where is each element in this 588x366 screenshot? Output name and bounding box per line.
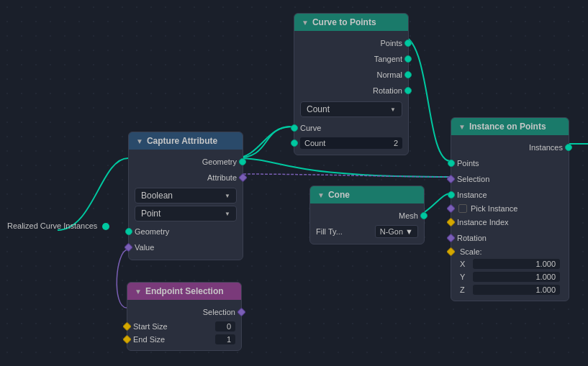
output-instances-label: Instances bbox=[529, 143, 563, 152]
chevron-icon: ▼ bbox=[458, 123, 466, 131]
output-attribute-socket bbox=[238, 173, 248, 183]
endpoint-selection-title: Endpoint Selection bbox=[145, 286, 224, 296]
scale-y-value: 1.000 bbox=[473, 272, 560, 282]
fill-type-value: N-Gon bbox=[380, 227, 403, 236]
input-pick-instance-label: Pick Instance bbox=[471, 204, 517, 213]
capture-attribute-node: ▼ Capture Attribute Geometry Attribute B… bbox=[128, 132, 243, 260]
input-instance-label: Instance bbox=[457, 191, 487, 199]
point-dropdown-label: Point bbox=[141, 209, 160, 219]
input-geometry-row: Geometry bbox=[129, 224, 243, 239]
cone-header[interactable]: ▼ Cone bbox=[310, 186, 424, 203]
output-tangent-row: Tangent bbox=[294, 51, 408, 67]
scale-z-row: Z 1.000 bbox=[451, 283, 569, 296]
input-pick-instance-row: Pick Instance bbox=[451, 203, 569, 214]
input-geometry-socket bbox=[125, 228, 132, 235]
input-points-socket bbox=[448, 160, 455, 167]
input-instance-socket bbox=[448, 191, 455, 198]
input-pick-instance-socket bbox=[446, 204, 456, 214]
capture-attribute-body: Geometry Attribute Boolean ▼ Point ▼ Geo… bbox=[129, 150, 243, 260]
fill-dropdown-arrow-icon: ▼ bbox=[405, 227, 413, 236]
curve-to-points-header[interactable]: ▼ Curve to Points bbox=[294, 14, 408, 31]
output-normal-row: Normal bbox=[294, 67, 408, 83]
cone-node: ▼ Cone Mesh Fill Ty... N-Gon ▼ bbox=[309, 186, 425, 244]
output-selection-row: Selection bbox=[127, 304, 241, 320]
scale-label-row: Scale: bbox=[451, 246, 569, 257]
chevron-icon: ▼ bbox=[302, 19, 309, 27]
fill-type-dropdown[interactable]: N-Gon ▼ bbox=[375, 225, 418, 238]
point-dropdown[interactable]: Point ▼ bbox=[135, 206, 237, 221]
input-instance-index-label: Instance Index bbox=[457, 218, 509, 227]
input-points-row: Points bbox=[451, 155, 569, 171]
output-points-row: Points bbox=[294, 35, 408, 51]
output-normal-label: Normal bbox=[377, 70, 402, 79]
input-rotation-row: Rotation bbox=[451, 230, 569, 246]
start-size-socket bbox=[122, 322, 132, 331]
input-selection-row: Selection bbox=[451, 171, 569, 187]
input-selection-socket bbox=[446, 175, 456, 184]
input-instance-index-socket bbox=[446, 218, 456, 227]
point-arrow-icon: ▼ bbox=[225, 211, 230, 217]
output-rotation-label: Rotation bbox=[373, 86, 402, 95]
curve-to-points-title: Curve to Points bbox=[312, 17, 376, 27]
chevron-icon: ▼ bbox=[136, 137, 143, 145]
scale-y-label: Y bbox=[460, 273, 470, 281]
output-tangent-label: Tangent bbox=[374, 55, 402, 63]
input-curve-row: Curve bbox=[294, 120, 408, 136]
output-mesh-socket bbox=[420, 212, 428, 219]
chevron-icon: ▼ bbox=[317, 191, 325, 199]
output-attribute-row: Attribute bbox=[129, 170, 243, 186]
boolean-dropdown-label: Boolean bbox=[141, 191, 173, 201]
input-instance-row: Instance bbox=[451, 187, 569, 203]
end-size-row: End Size 1 bbox=[127, 333, 241, 346]
input-curve-label: Curve bbox=[300, 124, 321, 132]
dropdown-arrow-icon: ▼ bbox=[390, 106, 396, 113]
scale-x-row: X 1.000 bbox=[451, 257, 569, 270]
curve-to-points-body: Points Tangent Normal Rotation Count ▼ C… bbox=[294, 31, 408, 155]
pick-instance-checkbox[interactable] bbox=[458, 204, 467, 213]
input-value-socket bbox=[124, 243, 133, 252]
output-instances-row: Instances bbox=[451, 139, 569, 155]
output-instances-socket bbox=[565, 144, 572, 151]
input-value-label: Value bbox=[135, 243, 154, 252]
output-attribute-label: Attribute bbox=[207, 173, 237, 182]
capture-attribute-header[interactable]: ▼ Capture Attribute bbox=[129, 132, 243, 150]
output-mesh-row: Mesh bbox=[310, 208, 424, 224]
count-input-row: Count 2 bbox=[300, 137, 402, 149]
output-selection-label: Selection bbox=[203, 308, 235, 316]
scale-z-value: 1.000 bbox=[473, 285, 560, 295]
cone-title: Cone bbox=[328, 190, 350, 200]
scale-y-row: Y 1.000 bbox=[451, 270, 569, 283]
count-input-label: Count bbox=[304, 139, 394, 147]
scale-x-label: X bbox=[460, 260, 470, 268]
output-points-socket bbox=[404, 40, 412, 47]
scale-z-label: Z bbox=[460, 285, 470, 294]
input-rotation-socket bbox=[446, 234, 456, 243]
fill-type-row: Fill Ty... N-Gon ▼ bbox=[316, 225, 418, 238]
count-dropdown[interactable]: Count ▼ bbox=[300, 101, 402, 117]
output-tangent-socket bbox=[404, 55, 412, 63]
input-curve-socket bbox=[291, 124, 298, 132]
instance-on-points-header[interactable]: ▼ Instance on Points bbox=[451, 118, 569, 135]
boolean-dropdown[interactable]: Boolean ▼ bbox=[135, 188, 237, 203]
instance-on-points-body: Instances Points Selection Instance Pick… bbox=[451, 135, 569, 301]
input-rotation-label: Rotation bbox=[457, 234, 487, 242]
output-rotation-row: Rotation bbox=[294, 83, 408, 99]
input-geometry-label: Geometry bbox=[135, 227, 169, 236]
input-selection-label: Selection bbox=[457, 175, 489, 183]
count-input-value: 2 bbox=[394, 139, 398, 147]
curve-to-points-node: ▼ Curve to Points Points Tangent Normal … bbox=[294, 13, 409, 155]
cone-body: Mesh Fill Ty... N-Gon ▼ bbox=[310, 203, 424, 244]
fill-type-label: Fill Ty... bbox=[316, 227, 372, 236]
endpoint-selection-node: ▼ Endpoint Selection Selection Start Siz… bbox=[127, 282, 242, 351]
realized-curve-instances-label: Realized Curve Instances bbox=[7, 221, 109, 230]
input-points-label: Points bbox=[457, 159, 479, 168]
output-selection-socket bbox=[237, 308, 246, 317]
count-dropdown-label: Count bbox=[307, 104, 330, 114]
scale-socket bbox=[446, 247, 456, 257]
input-count-socket bbox=[291, 139, 298, 147]
endpoint-selection-header[interactable]: ▼ Endpoint Selection bbox=[127, 283, 241, 300]
scale-label: Scale: bbox=[460, 247, 482, 256]
chevron-icon: ▼ bbox=[135, 288, 142, 296]
output-points-label: Points bbox=[380, 39, 402, 47]
input-value-row: Value bbox=[129, 239, 243, 255]
